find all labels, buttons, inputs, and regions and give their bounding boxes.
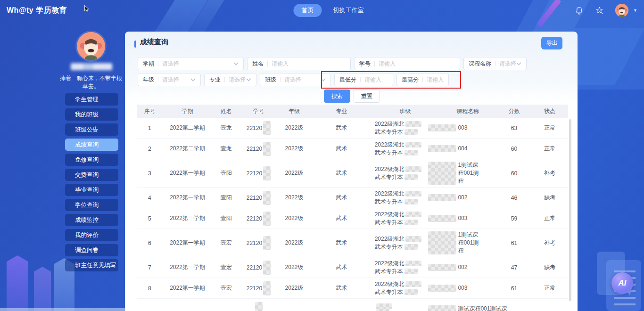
table-scrollbar[interactable] xyxy=(569,119,571,301)
redaction-mosaic xyxy=(428,194,456,201)
cell-term: 2022第二学期 xyxy=(163,145,212,153)
redaction-mosaic xyxy=(263,281,271,295)
class-line: 武术专升本 xyxy=(375,128,403,136)
sidebar-menu-item[interactable]: 学位查询 xyxy=(65,199,118,211)
filter-field[interactable]: 学号 请输入 xyxy=(354,57,460,70)
nav-home[interactable]: 首页 xyxy=(294,4,322,17)
filter-field[interactable]: 班级 请选择 xyxy=(260,73,331,86)
class-line: 武术专升本 xyxy=(375,149,403,157)
sidebar-menu-item[interactable]: 交费查询 xyxy=(65,169,118,181)
filter-field[interactable]: 最高分 请输入 xyxy=(396,73,449,86)
search-button[interactable]: 搜索 xyxy=(324,90,350,103)
table-row[interactable]: 8 2022第一学期 壹宏 22120 2022级 武术 2022级湖北 武术专… xyxy=(137,278,568,299)
filter-field[interactable]: 专业 请选择 xyxy=(204,73,256,86)
redaction-mosaic xyxy=(428,285,456,292)
cell-course: 1测试课程001测程 xyxy=(438,161,497,185)
student-id-fragment: 22120 xyxy=(247,125,262,131)
redaction-mosaic xyxy=(428,305,456,311)
table-row[interactable]: 1 2022第二学期 壹龙 22120 2022级 武术 2022级湖北 武术专… xyxy=(137,118,568,139)
cell-score: 46 xyxy=(497,195,531,201)
cell-index: 4 xyxy=(137,195,163,201)
top-bar: Wh@ty 学历教育 首页 切换工作室 ▼ xyxy=(0,0,644,21)
cell-name: 壹龙 xyxy=(212,145,240,153)
cell-major: 武术 xyxy=(312,214,372,222)
cell-course: 002 xyxy=(438,263,497,271)
results-table: 序号 学期 姓名 学号 年级 专业 班级 课程名称 分数 xyxy=(137,105,568,311)
cell-status: 正常 xyxy=(531,284,568,292)
chevron-down-icon xyxy=(516,62,521,65)
cell-status: 缺考 xyxy=(531,194,568,202)
table-body: 1 2022第二学期 壹龙 22120 2022级 武术 2022级湖北 武术专… xyxy=(137,118,568,311)
sidebar-menu-item[interactable]: 学生管理 xyxy=(65,93,118,106)
reset-button[interactable]: 重置 xyxy=(354,90,380,103)
sidebar-menu-item[interactable]: 成绩查询 xyxy=(65,139,118,151)
cell-student-id: 22120 xyxy=(240,281,277,295)
export-button[interactable]: 导出 xyxy=(541,37,562,49)
sidebar-menu-item[interactable]: 免修查询 xyxy=(65,154,118,166)
sidebar-menu-item[interactable]: 成绩监控 xyxy=(65,214,118,226)
filter-divider xyxy=(360,77,361,82)
cell-term: 2022第一学期 xyxy=(163,284,212,292)
filter-divider xyxy=(158,77,158,82)
table-row[interactable]: 5 2022第一学期 壹阳 22120 2022级 武术 2022级湖北 武术专… xyxy=(137,208,568,229)
class-line: 武术专升本 xyxy=(375,288,403,296)
filter-area: 学期 请选择 姓名 请输入 学号 xyxy=(138,57,568,89)
redaction-mosaic xyxy=(255,302,263,311)
star-icon[interactable] xyxy=(595,6,604,15)
title-accent-bar xyxy=(134,41,136,48)
redaction-mosaic xyxy=(405,289,418,295)
cell-index: 7 xyxy=(137,264,163,271)
filter-field[interactable]: 最低分 请输入 xyxy=(334,73,393,86)
table-header-cell: 学期 xyxy=(163,107,212,115)
filter-field[interactable]: 学期 请选择 xyxy=(138,57,244,70)
cell-course: 测试课程001测试课 xyxy=(438,305,497,311)
sidebar-menu-item[interactable]: 班主任意见填写 xyxy=(65,259,118,271)
cell-status: 补考 xyxy=(531,169,568,177)
sidebar-menu-item[interactable]: 毕业查询 xyxy=(65,184,118,196)
table-row[interactable]: 6 2022第一学期 壹宏 22120 2022级 武术 2022级湖北 武术专… xyxy=(137,229,568,257)
bell-icon[interactable] xyxy=(575,6,584,15)
cell-grade: 2022级 xyxy=(277,239,311,247)
user-avatar[interactable] xyxy=(615,4,628,17)
cell-course: 003 xyxy=(438,124,497,132)
cell-index: 1 xyxy=(137,125,163,131)
class-line: 2022级湖北 xyxy=(375,120,405,128)
cell-major: 武术 xyxy=(312,145,372,153)
redaction-mosaic xyxy=(428,231,456,254)
table-row[interactable]: 4 2022第一学期 壹阳 22120 2022级 武术 2022级湖北 武术专… xyxy=(137,188,568,208)
filter-actions: 搜索 重置 xyxy=(324,90,380,103)
filter-placeholder: 请选择 xyxy=(162,76,190,84)
filter-label: 最高分 xyxy=(402,76,419,84)
filter-label: 姓名 xyxy=(252,60,264,68)
cell-name: 壹龙 xyxy=(212,124,240,132)
sidebar-menu-item[interactable]: 班级公告 xyxy=(65,123,118,136)
sidebar-menu-item[interactable]: 调查问卷 xyxy=(65,244,118,256)
table-header-cell: 班级 xyxy=(372,107,439,115)
profile-motto: 捧着一颗心来，不带半根 草去。 xyxy=(49,74,133,90)
table-row[interactable]: 2 2022第二学期 壹龙 22120 2022级 武术 2022级湖北 武术专… xyxy=(137,139,568,159)
filter-field[interactable]: 年级 请选择 xyxy=(138,73,201,86)
table-row[interactable]: 3 2022第一学期 壹阳 22120 2022级 武术 2022级湖北 武术专… xyxy=(137,159,568,188)
student-id-fragment: 22120 xyxy=(247,195,262,201)
cell-major: 武术 xyxy=(312,124,372,132)
filter-field[interactable]: 课程名称 请选择 xyxy=(463,57,527,70)
redaction-mosaic xyxy=(428,264,456,271)
ai-assistant-button[interactable]: Ai xyxy=(611,272,633,294)
chevron-down-icon[interactable]: ▼ xyxy=(633,8,637,13)
redaction-mosaic xyxy=(405,150,418,156)
course-name-fragment: 002 xyxy=(458,263,467,271)
sidebar-menu-item[interactable]: 我的班级 xyxy=(65,108,118,121)
table-row[interactable]: 测试课程001测试课 xyxy=(137,299,568,311)
table-row[interactable]: 7 2022第一学期 壹宏 22120 2022级 武术 2022级湖北 武术专… xyxy=(137,257,568,278)
sidebar-menu-item[interactable]: 我的评价 xyxy=(65,229,118,241)
cell-status: 正常 xyxy=(531,145,568,153)
cell-score: 61 xyxy=(497,240,531,246)
student-id-fragment: 22120 xyxy=(247,146,262,152)
course-name-fragment: 003 xyxy=(458,284,467,292)
class-line: 2022级湖北 xyxy=(375,141,405,149)
filter-field[interactable]: 姓名 请输入 xyxy=(247,57,351,70)
filter-label: 学号 xyxy=(359,60,371,68)
redaction-mosaic xyxy=(405,199,418,205)
redaction-mosaic xyxy=(376,303,392,309)
nav-switch-workspace[interactable]: 切换工作室 xyxy=(333,6,364,15)
